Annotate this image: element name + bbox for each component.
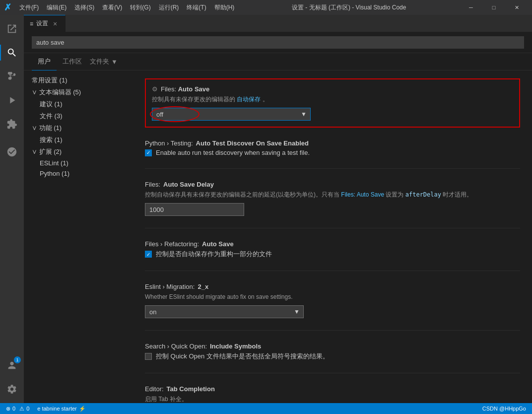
nav-common-settings[interactable]: 常用设置 (1) <box>24 74 133 86</box>
nav-suggestions[interactable]: 建议 (1) <box>24 98 133 110</box>
activity-extensions[interactable] <box>0 112 24 136</box>
minimize-button[interactable]: ─ <box>460 0 482 15</box>
settings-tab[interactable]: ≡ 设置 × <box>24 15 66 32</box>
chevron-down-icon: ▼ <box>111 58 118 66</box>
warning-icon: ⚠ <box>19 406 24 412</box>
eslint-migration-title: Eslint › Migration: 2_x <box>145 283 520 290</box>
nav-search[interactable]: 搜索 (1) <box>24 134 133 146</box>
activity-account[interactable]: 1 <box>0 353 24 377</box>
python-testing-checkbox-row: Enable auto run test discovery when savi… <box>145 149 520 156</box>
maximize-button[interactable]: □ <box>482 0 505 15</box>
menu-select[interactable]: 选择(S) <box>70 0 98 15</box>
files-auto-save-desc: 控制具有未保存更改的编辑器的 自动保存 。 <box>152 95 513 104</box>
main-layout: 1 ≡ 设置 × 用户 工作区 文件夹 ▼ <box>0 15 532 403</box>
search-quick-open-checkbox[interactable] <box>145 353 152 360</box>
python-testing-setting: Python › Testing: Auto Test Discover On … <box>145 139 520 169</box>
window-controls: ─ □ ✕ <box>460 0 528 15</box>
window-title: 设置 - 无标题 (工作区) - Visual Studio Code <box>238 3 460 12</box>
status-tabnine[interactable]: e tabnine starter ⚡ <box>35 406 88 412</box>
eslint-migration-dropdown[interactable]: on off prompt <box>145 305 304 318</box>
nav-eslint[interactable]: ESLint (1) <box>24 158 133 168</box>
activity-run[interactable] <box>0 88 24 112</box>
eslint-migration-desc: Whether ESlint should migrate auto fix o… <box>145 292 520 301</box>
search-bar <box>24 32 532 53</box>
nav-extensions[interactable]: ∨ 扩展 (2) <box>24 146 133 158</box>
files-refactoring-desc: 控制是否自动保存作为重构一部分的文件 <box>156 250 272 259</box>
menu-edit[interactable]: 编辑(E) <box>43 0 70 15</box>
lightning-icon: ⚡ <box>79 406 86 412</box>
activity-search[interactable] <box>0 41 24 65</box>
activity-bar-bottom: 1 <box>0 353 24 401</box>
nav-text-editor[interactable]: ∨ 文本编辑器 (5) <box>24 86 133 98</box>
files-refactoring-setting: Files › Refactoring: Auto Save 控制是否自动保存作… <box>145 240 520 271</box>
menu-bar: 文件(F) 编辑(E) 选择(S) 查看(V) 转到(G) 运行(R) 终端(T… <box>15 0 238 15</box>
title-bar: ✗ 文件(F) 编辑(E) 选择(S) 查看(V) 转到(G) 运行(R) 终端… <box>0 0 532 15</box>
status-bar-right: CSDN @HHppGo <box>480 406 528 412</box>
csdn-label: CSDN @HHppGo <box>482 406 526 412</box>
vscode-logo: ✗ <box>4 2 11 13</box>
tab-user[interactable]: 用户 <box>32 53 57 70</box>
eslint-migration-setting: Eslint › Migration: 2_x Whether ESlint s… <box>145 283 520 331</box>
search-quick-open-setting: Search › Quick Open: Include Symbols 控制 … <box>145 343 520 373</box>
files-auto-save-title: ⚙ Files: Auto Save <box>152 85 513 93</box>
menu-goto[interactable]: 转到(G) <box>126 0 154 15</box>
python-testing-checkbox[interactable] <box>145 149 152 156</box>
status-bar: ⊗ 0 ⚠ 0 e tabnine starter ⚡ CSDN @HHppGo <box>0 403 532 414</box>
menu-run[interactable]: 运行(R) <box>155 0 183 15</box>
status-errors[interactable]: ⊗ 0 ⚠ 0 <box>4 406 31 412</box>
warning-count: 0 <box>26 406 29 412</box>
files-auto-save-dropdown[interactable]: off afterDelay onFocusChange onWindowCha… <box>152 108 311 121</box>
search-input[interactable] <box>32 36 524 49</box>
files-auto-save-gear-icon[interactable]: ⚙ <box>152 85 158 93</box>
files-auto-save-delay-title: Files: Auto Save Delay <box>145 181 520 188</box>
settings-content: ⚙ Files: Auto Save 控制具有未保存更改的编辑器的 自动保存 。 <box>133 70 532 403</box>
auto-save-link-2[interactable]: Files: Auto Save <box>341 191 384 198</box>
python-testing-title: Python › Testing: Auto Test Discover On … <box>145 139 520 147</box>
editor-tab-completion-desc: 启用 Tab 补全。 <box>145 395 520 403</box>
menu-terminal[interactable]: 终端(T) <box>183 0 210 15</box>
activity-explorer[interactable] <box>0 17 24 41</box>
auto-save-delay-input[interactable] <box>145 203 244 216</box>
auto-save-link[interactable]: 自动保存 <box>237 96 261 103</box>
error-icon: ⊗ <box>6 406 10 412</box>
after-delay-code: afterDelay <box>405 191 441 198</box>
files-refactoring-checkbox-row: 控制是否自动保存作为重构一部分的文件 <box>145 250 520 259</box>
editor-tab-completion-setting: Editor: Tab Completion 启用 Tab 补全。 off on… <box>145 385 520 403</box>
settings-layout: 常用设置 (1) ∨ 文本编辑器 (5) 建议 (1) 文件 (3) ∨ 功能 … <box>24 70 532 403</box>
settings-scope-tabs: 用户 工作区 文件夹 ▼ <box>24 53 532 70</box>
tab-label: 设置 <box>36 19 48 28</box>
tab-icon: ≡ <box>30 20 33 27</box>
activity-bar: 1 <box>0 15 24 403</box>
menu-file[interactable]: 文件(F) <box>15 0 43 15</box>
title-bar-left: ✗ 文件(F) 编辑(E) 选择(S) 查看(V) 转到(G) 运行(R) 终端… <box>4 0 238 15</box>
tab-workspace[interactable]: 工作区 <box>57 53 88 70</box>
activity-source-control[interactable] <box>0 65 24 88</box>
menu-view[interactable]: 查看(V) <box>98 0 126 15</box>
files-auto-save-title-text: Files: Auto Save <box>161 85 209 93</box>
search-quick-open-title: Search › Quick Open: Include Symbols <box>145 343 520 350</box>
menu-help[interactable]: 帮助(H) <box>210 0 239 15</box>
activity-remote[interactable] <box>0 140 24 164</box>
status-csdn[interactable]: CSDN @HHppGo <box>480 406 528 412</box>
status-bar-left: ⊗ 0 ⚠ 0 e tabnine starter ⚡ <box>4 406 88 412</box>
content-area: ≡ 设置 × 用户 工作区 文件夹 ▼ 常用设置 (1) ∨ 文本编辑器 (5) <box>24 15 532 403</box>
files-auto-save-setting: ⚙ Files: Auto Save 控制具有未保存更改的编辑器的 自动保存 。 <box>145 78 520 128</box>
nav-features[interactable]: ∨ 功能 (1) <box>24 122 133 134</box>
files-refactoring-title: Files › Refactoring: Auto Save <box>145 240 520 248</box>
close-button[interactable]: ✕ <box>505 0 528 15</box>
activity-settings[interactable] <box>0 377 24 401</box>
tab-close-button[interactable]: × <box>51 20 59 28</box>
tab-folder-dropdown[interactable]: 文件夹 ▼ <box>88 53 120 70</box>
nav-python[interactable]: Python (1) <box>24 168 133 179</box>
nav-files[interactable]: 文件 (3) <box>24 110 133 122</box>
files-auto-save-delay-desc: 控制自动保存具有未保存更改的编辑器之前的延迟(以毫秒为单位)。只有当 Files… <box>145 190 520 199</box>
files-refactoring-checkbox[interactable] <box>145 251 152 258</box>
editor-tab-completion-title: Editor: Tab Completion <box>145 385 520 393</box>
search-quick-open-desc: 控制 Quick Open 文件结果中是否包括全局符号搜索的结果。 <box>156 352 329 361</box>
settings-nav: 常用设置 (1) ∨ 文本编辑器 (5) 建议 (1) 文件 (3) ∨ 功能 … <box>24 70 133 403</box>
tab-bar: ≡ 设置 × <box>24 15 532 32</box>
tabnine-label: e tabnine starter <box>37 406 77 412</box>
eslint-migration-dropdown-wrapper: on off prompt ▼ <box>145 305 304 318</box>
files-auto-save-delay-setting: Files: Auto Save Delay 控制自动保存具有未保存更改的编辑器… <box>145 181 520 228</box>
files-auto-save-dropdown-wrapper: off afterDelay onFocusChange onWindowCha… <box>152 108 311 121</box>
